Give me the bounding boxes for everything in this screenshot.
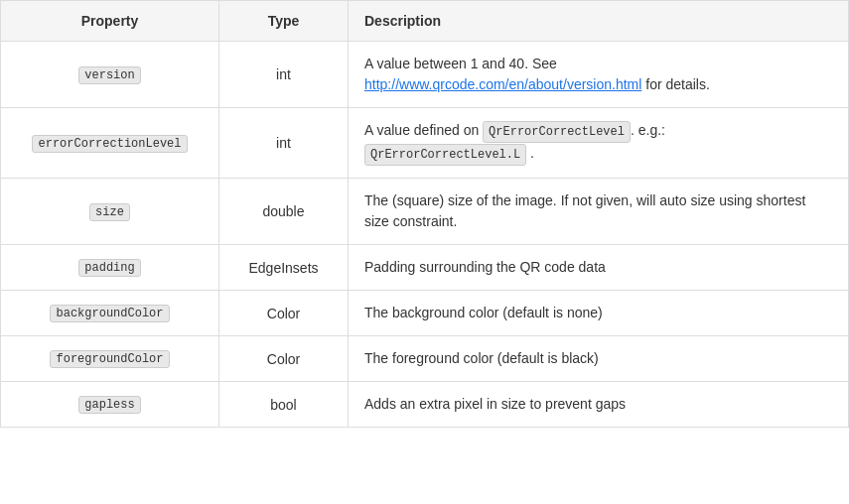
table-row: backgroundColorColorThe background color… [1,291,849,336]
cell-description: Adds an extra pixel in size to prevent g… [349,382,849,428]
cell-property: foregroundColor [1,336,219,382]
cell-type: int [219,108,349,179]
header-type: Type [219,1,349,42]
cell-property: gapless [1,382,219,428]
property-code: padding [78,259,140,277]
cell-description: The background color (default is none) [349,291,849,336]
table-row: paddingEdgeInsetsPadding surrounding the… [1,245,849,291]
property-code: version [78,66,140,84]
cell-property: version [1,42,219,108]
cell-description: A value between 1 and 40. See http://www… [349,42,849,108]
cell-type: bool [219,382,349,428]
cell-property: padding [1,245,219,291]
description-link[interactable]: http://www.qrcode.com/en/about/version.h… [364,76,641,92]
cell-type: double [219,179,349,245]
cell-description: Padding surrounding the QR code data [349,245,849,291]
cell-description: A value defined on QrErrorCorrectLevel. … [349,108,849,179]
cell-type: EdgeInsets [219,245,349,291]
header-description: Description [349,1,849,42]
table-row: sizedoubleThe (square) size of the image… [1,179,849,245]
table-row: foregroundColorColorThe foreground color… [1,336,849,382]
property-code: size [89,203,130,221]
property-code: foregroundColor [50,350,169,368]
table-row: errorCorrectionLevelintA value defined o… [1,108,849,179]
cell-property: backgroundColor [1,291,219,336]
table-row: gaplessboolAdds an extra pixel in size t… [1,382,849,428]
cell-property: size [1,179,219,245]
properties-table: Property Type Description versionintA va… [0,0,849,428]
cell-type: int [219,42,349,108]
table-row: versionintA value between 1 and 40. See … [1,42,849,108]
description-code: QrErrorCorrectLevel [483,121,631,143]
header-property: Property [1,1,219,42]
description-code: QrErrorCorrectLevel.L [364,144,526,166]
property-code: gapless [78,396,140,414]
property-code: backgroundColor [50,305,169,322]
cell-property: errorCorrectionLevel [1,108,219,179]
cell-description: The foreground color (default is black) [349,336,849,382]
cell-description: The (square) size of the image. If not g… [349,179,849,245]
property-code: errorCorrectionLevel [32,135,187,153]
cell-type: Color [219,291,349,336]
cell-type: Color [219,336,349,382]
